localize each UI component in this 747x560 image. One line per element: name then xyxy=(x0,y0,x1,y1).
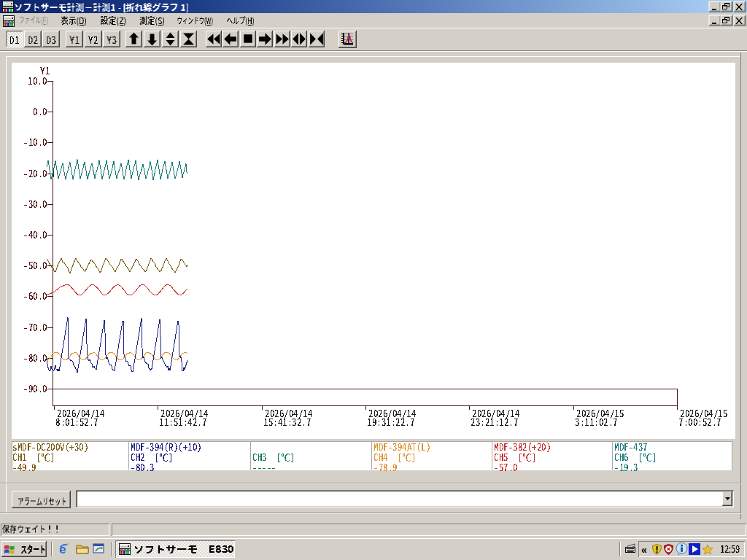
svg-text:«: « xyxy=(641,544,647,556)
